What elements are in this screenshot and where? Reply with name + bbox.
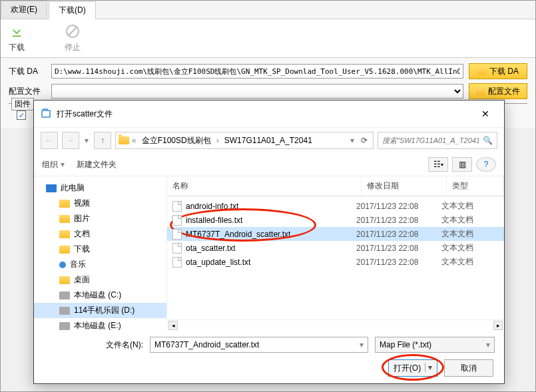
close-button[interactable]: ✕ <box>473 106 497 122</box>
open-button[interactable]: 打开(O) ▾ <box>388 359 437 377</box>
dialog-icon <box>41 108 51 119</box>
folder-icon <box>59 215 70 223</box>
tree-item[interactable]: 文档 <box>34 226 166 242</box>
svg-rect-3 <box>42 110 50 117</box>
download-button[interactable]: 下载 <box>9 23 25 53</box>
chevron-down-icon[interactable]: ▾ <box>360 340 364 349</box>
toolbar: 下载 停止 <box>1 19 535 58</box>
file-date: 2017/11/23 22:08 <box>356 202 441 211</box>
svg-line-2 <box>69 27 77 35</box>
file-type: 文本文档 <box>441 256 499 268</box>
tree-item[interactable]: 本地磁盘 (C:) <box>34 288 166 303</box>
scroll-left-icon[interactable]: ◂ <box>168 321 178 330</box>
preview-pane-button[interactable]: ▥ <box>452 157 472 172</box>
tree-item-label: 视频 <box>74 198 90 209</box>
select-all-checkbox[interactable]: ✓ <box>17 110 26 120</box>
list-header: 名称 修改日期 类型 <box>167 176 504 196</box>
download-arrow-icon <box>9 23 25 39</box>
file-date: 2017/11/23 22:08 <box>356 230 441 239</box>
chevron-down-icon: ▾ <box>486 340 490 349</box>
tree-item[interactable]: 下载 <box>34 242 166 257</box>
music-icon <box>59 262 66 268</box>
tab-welcome[interactable]: 欢迎(E) <box>1 1 47 19</box>
folder-icon <box>119 136 129 144</box>
horizontal-scrollbar[interactable]: ◂ ▸ <box>167 319 504 330</box>
list-rows: android-info.txt2017/11/23 22:08文本文档inst… <box>167 196 504 319</box>
tree-item[interactable]: 图片 <box>34 211 166 226</box>
organize-menu[interactable]: 组织▾ <box>42 159 65 170</box>
tree-item-label: 此电脑 <box>61 182 85 194</box>
tree-item-label: 音乐 <box>70 259 86 270</box>
column-name[interactable]: 名称 <box>167 176 362 196</box>
drive-icon <box>59 307 70 315</box>
cfg-browse-button[interactable]: 配置文件 <box>469 83 527 99</box>
cancel-button[interactable]: 取消 <box>444 359 493 377</box>
dialog-titlebar: 打开scatter文件 ✕ <box>34 100 504 128</box>
file-type: 文本文档 <box>441 214 499 226</box>
tree-item[interactable]: 本地磁盘 (E:) <box>34 318 166 330</box>
file-name: installed-files.txt <box>186 216 356 225</box>
file-date: 2017/11/23 22:08 <box>356 258 441 267</box>
folder-icon <box>477 68 487 75</box>
column-type[interactable]: 类型 <box>447 176 504 196</box>
dialog-title: 打开scatter文件 <box>57 108 473 120</box>
tree-item-label: 本地磁盘 (E:) <box>74 320 121 330</box>
file-name: android-info.txt <box>186 202 356 211</box>
new-folder-button[interactable]: 新建文件夹 <box>77 159 117 170</box>
nav-up-button[interactable]: ↑ <box>94 132 111 149</box>
tree-item[interactable]: 此电脑 <box>34 180 166 196</box>
column-date[interactable]: 修改日期 <box>362 176 447 196</box>
folder-tree[interactable]: 此电脑视频图片文档下载音乐桌面本地磁盘 (C:)114手机乐园 (D:)本地磁盘… <box>34 176 167 330</box>
recent-locations-dropdown[interactable]: ▾ <box>83 136 90 145</box>
nav-forward-button[interactable]: → <box>62 132 79 149</box>
main-tabs: 欢迎(E) 下载(D) <box>1 1 535 19</box>
refresh-icon[interactable]: ⟳ <box>358 136 370 145</box>
file-icon <box>172 257 182 268</box>
pc-icon <box>46 184 57 192</box>
search-input[interactable] <box>382 136 479 144</box>
tree-item[interactable]: 114手机乐园 (D:) <box>34 303 166 318</box>
da-browse-button[interactable]: 下载 DA <box>469 63 527 79</box>
tree-item[interactable]: 视频 <box>34 196 166 211</box>
filename-input[interactable]: MT6737T_Android_scatter.txt ▾ <box>150 337 368 353</box>
file-icon <box>172 229 182 240</box>
file-type: 文本文档 <box>441 200 499 212</box>
scroll-right-icon[interactable]: ▸ <box>493 321 503 330</box>
tree-item-label: 114手机乐园 (D:) <box>74 305 134 316</box>
file-type-filter[interactable]: Map File (*.txt) ▾ <box>375 337 495 353</box>
file-row[interactable]: MT6737T_Android_scatter.txt2017/11/23 22… <box>167 227 504 241</box>
file-row[interactable]: ota_update_list.txt2017/11/23 22:08文本文档 <box>167 255 504 269</box>
tab-download[interactable]: 下载(D) <box>49 1 96 19</box>
tree-item-label: 本地磁盘 (C:) <box>74 290 121 301</box>
breadcrumb-item[interactable]: 金立F100SD线刷包 <box>139 135 214 146</box>
folder-icon <box>476 88 485 95</box>
file-type: 文本文档 <box>441 242 499 254</box>
tree-item[interactable]: 桌面 <box>34 272 166 288</box>
breadcrumb-item[interactable]: SW17G11A01_A_T2041 <box>222 136 315 145</box>
chevron-down-icon[interactable]: ▾ <box>425 363 432 372</box>
filename-label: 文件名(N): <box>43 339 143 351</box>
file-row[interactable]: android-info.txt2017/11/23 22:08文本文档 <box>167 199 504 213</box>
tree-item-label: 桌面 <box>74 274 90 286</box>
da-path-input[interactable] <box>51 64 463 79</box>
search-box[interactable]: 🔍 <box>378 132 497 149</box>
download-label: 下载 <box>9 42 25 53</box>
file-date: 2017/11/23 22:08 <box>356 216 441 225</box>
stop-icon <box>65 23 81 39</box>
file-row[interactable]: installed-files.txt2017/11/23 22:08文本文档 <box>167 213 504 227</box>
view-mode-button[interactable]: ☷ ▾ <box>428 157 448 172</box>
help-button[interactable]: ? <box>476 157 496 172</box>
dialog-toolbar: 组织▾ 新建文件夹 ☷ ▾ ▥ ? <box>34 153 504 176</box>
da-label: 下载 DA <box>9 66 46 77</box>
stop-button[interactable]: 停止 <box>65 23 81 53</box>
cfg-select[interactable] <box>51 84 463 98</box>
tree-item[interactable]: 音乐 <box>34 257 166 272</box>
file-open-dialog: 打开scatter文件 ✕ ← → ▾ ↑ « 金立F100SD线刷包 › SW… <box>33 100 505 384</box>
chevron-down-icon[interactable]: ▾ <box>348 136 357 145</box>
tree-item-label: 文档 <box>74 228 90 240</box>
file-icon <box>172 201 182 212</box>
nav-back-button[interactable]: ← <box>41 132 58 149</box>
file-row[interactable]: ota_scatter.txt2017/11/23 22:08文本文档 <box>167 241 504 255</box>
breadcrumb[interactable]: « 金立F100SD线刷包 › SW17G11A01_A_T2041 ▾ ⟳ <box>115 132 374 149</box>
folder-icon <box>59 276 70 284</box>
